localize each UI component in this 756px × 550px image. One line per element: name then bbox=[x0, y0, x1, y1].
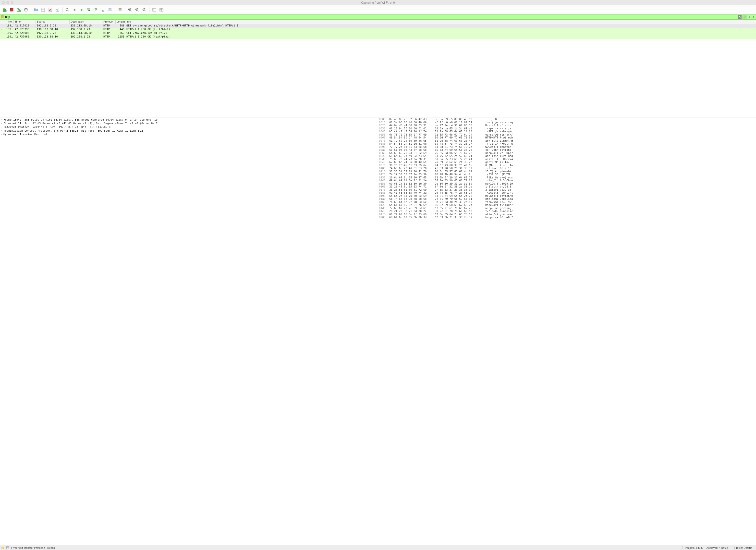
hex-ascii: ·Accept: text/ht bbox=[485, 191, 513, 194]
hex-offset: 0200 bbox=[379, 216, 389, 219]
detail-tree-item[interactable]: Internet Protocol Version 4, Src: 192.16… bbox=[0, 125, 378, 129]
hex-ascii: HTTP/HTT P-wiresh bbox=[485, 136, 513, 139]
expert-info-icon[interactable] bbox=[1, 547, 4, 549]
hex-bytes: 66 2c 69 6d 61 67 65 2f bbox=[435, 204, 485, 207]
go-back-button[interactable] bbox=[71, 7, 78, 13]
detail-tree-item[interactable]: Frame 18949: 588 bytes on wire (4704 bit… bbox=[0, 118, 378, 121]
resize-columns-button[interactable] bbox=[151, 7, 158, 13]
capture-options-button[interactable] bbox=[23, 7, 29, 13]
stop-capture-button[interactable] bbox=[9, 7, 15, 13]
zoom-out-button[interactable] bbox=[134, 7, 140, 13]
packet-row[interactable]: →189…42.517019192.168.2.23130.113.68.10H… bbox=[0, 24, 756, 28]
col-header-source[interactable]: Source bbox=[36, 20, 70, 24]
hex-line[interactable]: 00a063 61 0d 0a 43 6f 6e 6e65 63 74 69 6… bbox=[379, 148, 755, 152]
svg-rect-33 bbox=[119, 10, 122, 11]
hex-line[interactable]: 012074 2f 35 33 37 2e 33 3620 28 4b 48 5… bbox=[379, 173, 755, 176]
clear-filter-button[interactable]: ✕ bbox=[738, 15, 742, 19]
find-packet-button[interactable] bbox=[64, 7, 71, 13]
hex-line[interactable]: 00e067 65 6e 74 3a 20 4d 6f7a 69 6c 6c 6… bbox=[379, 161, 755, 164]
hex-ascii: ade-Inse cure-Req bbox=[485, 155, 513, 158]
svg-line-9 bbox=[25, 11, 25, 11]
svg-line-36 bbox=[131, 10, 132, 11]
colorize-button[interactable] bbox=[117, 7, 123, 13]
detail-tree-item[interactable]: Transmission Control Protocol, Src Port:… bbox=[0, 129, 378, 133]
svg-line-10 bbox=[27, 8, 27, 9]
go-forward-button[interactable] bbox=[78, 7, 85, 13]
hex-line[interactable]: 008054 54 50 2f 31 2e 31 0d0a 48 6f 73 7… bbox=[379, 142, 755, 145]
col-header-info[interactable]: Info bbox=[125, 20, 756, 24]
zoom-reset-button[interactable]: 1:1 bbox=[141, 7, 147, 13]
hex-bytes: 36 2e 33 20 43 68 72 6f bbox=[435, 179, 485, 182]
packet-list-pane: No. Time Source Destination Protocol Len… bbox=[0, 20, 756, 117]
hex-bytes: 0a 41 63 63 65 70 74 3a bbox=[389, 191, 435, 194]
hex-line[interactable]: 010074 65 6c 20 4d 61 63 204f 53 20 58 2… bbox=[379, 167, 755, 170]
packet-bytes-pane[interactable]: 00000c ac 8a 7b c2 e6 42 d38e ea c9 c5 0… bbox=[378, 117, 756, 545]
start-capture-button[interactable] bbox=[1, 7, 8, 13]
main-toolbar: 1:1 12 bbox=[0, 5, 756, 14]
hex-offset: 0140 bbox=[379, 179, 389, 182]
close-file-button[interactable] bbox=[47, 7, 53, 13]
reload-file-button[interactable] bbox=[54, 7, 61, 13]
hex-line[interactable]: 020068 61 6e 67 65 3b 76 3d62 33 3b 71 3… bbox=[379, 216, 755, 219]
hex-ascii: TTP/1.1· ·Host: w bbox=[485, 142, 513, 145]
resize-all-button[interactable]: 12 bbox=[158, 7, 165, 13]
hex-line[interactable]: 006048 54 54 50 2f 48 54 5450 2d 77 69 7… bbox=[379, 136, 755, 139]
hex-line[interactable]: 002044 0a d8 e4 00 50 03 31ce 27 fe c4 9… bbox=[379, 124, 755, 127]
auto-scroll-button[interactable] bbox=[107, 7, 113, 13]
hex-line[interactable]: 01a068 74 6d 6c 2b 78 6d 6c2c 61 70 70 6… bbox=[379, 197, 755, 201]
col-header-protocol[interactable]: Protocol bbox=[102, 20, 116, 24]
col-header-length[interactable]: Length bbox=[116, 20, 125, 24]
restart-capture-button[interactable] bbox=[16, 7, 22, 13]
detail-tree-item[interactable]: Ethernet II, Src: 42:d3:8e:ea:c9:c5 (42:… bbox=[0, 121, 378, 125]
hex-bytes: 63 75 72 65 2d 52 65 71 bbox=[435, 155, 485, 158]
hex-ascii: ···{··B· ······E· bbox=[485, 118, 513, 121]
hex-line[interactable]: 00c061 64 65 2d 49 6e 73 6563 75 72 65 2… bbox=[379, 155, 755, 158]
close-window[interactable] bbox=[2, 1, 5, 4]
packet-row[interactable]: 189…42.728003192.168.2.23130.113.68.10HT… bbox=[0, 31, 756, 35]
apply-filter-button[interactable] bbox=[742, 15, 747, 19]
hex-offset: 0000 bbox=[379, 118, 389, 121]
svg-text:1: 1 bbox=[160, 9, 161, 10]
svg-line-7 bbox=[25, 8, 25, 9]
hex-bytes: 54 54 50 2f 31 2e 31 0d bbox=[389, 142, 435, 145]
hex-bytes: 6d 61 67 65 2f 61 76 69 bbox=[389, 204, 435, 207]
packet-details-pane[interactable]: Frame 18949: 588 bytes on wire (4704 bit… bbox=[0, 117, 378, 545]
status-profile[interactable]: Profile: Default bbox=[732, 546, 755, 549]
packet-list-body[interactable]: →189…42.517019192.168.2.23130.113.68.10H… bbox=[0, 24, 756, 117]
display-filter-input[interactable] bbox=[4, 15, 738, 19]
hex-offset: 0180 bbox=[379, 191, 389, 194]
open-file-button[interactable] bbox=[33, 7, 39, 13]
packet-row[interactable]: ←189…42.528796130.113.68.10192.168.2.23H… bbox=[0, 28, 756, 31]
zoom-window[interactable] bbox=[11, 1, 13, 4]
go-to-packet-button[interactable] bbox=[85, 7, 92, 13]
col-header-time[interactable]: Time bbox=[14, 20, 36, 24]
save-file-button[interactable] bbox=[40, 7, 46, 13]
packet-row[interactable]: 190…42.737069130.113.68.10192.168.2.23HT… bbox=[0, 35, 756, 39]
go-last-button[interactable] bbox=[100, 7, 106, 13]
hex-bytes: 2a 2f 2a 3b 71 3d 30 2e bbox=[389, 210, 435, 213]
zoom-in-button[interactable] bbox=[127, 7, 133, 13]
minimize-window[interactable] bbox=[6, 1, 9, 4]
col-header-no[interactable]: No. bbox=[0, 20, 14, 24]
go-first-button[interactable] bbox=[93, 7, 99, 13]
hex-line[interactable]: 014069 64 69 61 6e 2f 31 2e36 2e 33 20 4… bbox=[379, 179, 755, 182]
hex-line[interactable]: 01c06d 61 67 65 2f 61 76 6966 2c 69 6d 6… bbox=[379, 204, 755, 207]
hex-line[interactable]: 016031 20 45 6c 65 63 74 726f 6e 2f 32 3… bbox=[379, 185, 755, 188]
col-header-destination[interactable]: Destination bbox=[70, 20, 102, 24]
capture-file-icon[interactable] bbox=[6, 546, 9, 550]
hex-line[interactable]: 00000c ac 8a 7b c2 e6 42 d38e ea c9 c5 0… bbox=[379, 118, 755, 121]
svg-line-43 bbox=[145, 10, 146, 11]
cell-protocol: HTTP bbox=[102, 35, 116, 39]
filter-bookmark-icon[interactable] bbox=[1, 15, 4, 19]
hex-bytes: 68 74 6d 6c 2b 78 6d 6c bbox=[389, 197, 435, 201]
hex-line[interactable]: 01800a 41 63 63 65 70 74 3a20 74 65 78 7… bbox=[379, 191, 755, 194]
hex-ascii: */*;q=0. 8,applic bbox=[485, 210, 513, 213]
hex-bytes: 68 61 6e 67 65 3b 76 3d bbox=[389, 216, 435, 219]
detail-tree-item[interactable]: Hypertext Transfer Protocol bbox=[0, 133, 378, 136]
hex-line[interactable]: 0040b5 cf 47 45 54 20 2f 7e72 7a 68 65 6… bbox=[379, 130, 755, 133]
hex-line[interactable]: 01e02a 2f 2a 3b 71 3d 30 2e38 2c 61 70 7… bbox=[379, 210, 755, 213]
add-filter-button[interactable]: + bbox=[751, 15, 755, 19]
filter-history-dropdown[interactable]: ▾ bbox=[748, 15, 751, 19]
hex-ascii: html+xml ,applica bbox=[485, 197, 513, 201]
svg-rect-54 bbox=[6, 547, 9, 549]
